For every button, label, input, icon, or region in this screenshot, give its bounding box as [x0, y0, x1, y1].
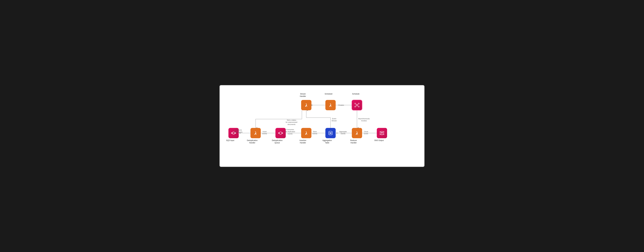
scheduler-label: Scheduler: [322, 93, 335, 95]
svg-point-31: [384, 134, 384, 135]
cloud-event-label: CloudEvent: [364, 131, 368, 135]
svg-line-39: [356, 106, 356, 106]
dedup-handler-icon: λ: [250, 128, 261, 138]
svg-line-40: [358, 106, 358, 106]
svg-point-29: [384, 132, 384, 132]
svg-point-33: [354, 103, 356, 104]
dedup-queue-icon-svg: [278, 130, 284, 136]
consume-documents-label: ConsumeDocuments: [234, 129, 242, 133]
scheduler-icon: λ: [326, 100, 336, 110]
lambda-icon-scheduler: λ: [330, 102, 332, 108]
svg-point-30: [380, 134, 380, 135]
svg-point-21: [329, 131, 332, 133]
event-stream-label: EventStream: [332, 118, 337, 122]
insertion-handler-icon: λ: [301, 128, 312, 138]
svg-line-37: [356, 104, 356, 104]
lambda-icon-reducer: λ: [356, 131, 358, 136]
lambda-icon-insertion: λ: [305, 131, 307, 136]
svg-point-28: [380, 132, 380, 132]
sqs-input-label: SQS Input: [224, 139, 237, 142]
svg-line-38: [358, 104, 358, 104]
async-invokes-label: AsynchronouslyInvokes: [358, 118, 370, 122]
dedup-queue-icon: [276, 128, 286, 138]
arrows-svg: [220, 85, 424, 167]
schedule-icon-box: [352, 100, 362, 110]
sns-icon: [379, 130, 385, 136]
insertion-handler-label: InsertionHandler: [296, 139, 310, 144]
diagram-container: SQS Input λ DeduplicationHandler Dedupli…: [220, 85, 424, 167]
svg-point-18: [279, 132, 282, 134]
eventbridge-icon: [354, 102, 360, 108]
sets-status-label: Sets a statusfor unprocesseddocuments: [286, 119, 297, 125]
sns-output-label: SNS Output: [372, 139, 386, 142]
dedup-queue-label: DeduplicationQueue: [270, 139, 284, 144]
dedup-handler-label: DeduplicationHandler: [246, 139, 259, 144]
svg-point-36: [358, 106, 359, 107]
store-events-label: Storeevents: [312, 131, 317, 135]
lambda-icon-stream: λ: [305, 102, 307, 108]
sns-output-icon: [377, 128, 387, 138]
creates-label: Creates: [338, 104, 344, 106]
insert-events-label: Insertevents: [262, 131, 267, 135]
aggregation-table-label: AggregationTable: [320, 139, 334, 144]
aggregate-events-label: Aggregateevents: [339, 131, 347, 135]
aggregation-table-icon: [326, 128, 336, 138]
schedule-label: Schedule: [349, 93, 362, 95]
reducer-handler-label: ReducerHandler: [347, 139, 360, 144]
svg-point-34: [358, 103, 359, 104]
svg-point-35: [354, 106, 356, 107]
dynamo-icon: [328, 130, 334, 136]
consumes-dedup-label: Consumesde-duplicatedevents: [285, 129, 295, 135]
reducer-handler-icon: λ: [352, 128, 362, 138]
stream-handler-icon: λ: [301, 100, 312, 110]
lambda-icon-dedup: λ: [254, 131, 257, 136]
stream-handler-label: StreamHandler: [296, 93, 310, 97]
diagram-frame: SQS Input λ DeduplicationHandler Dedupli…: [219, 85, 425, 167]
